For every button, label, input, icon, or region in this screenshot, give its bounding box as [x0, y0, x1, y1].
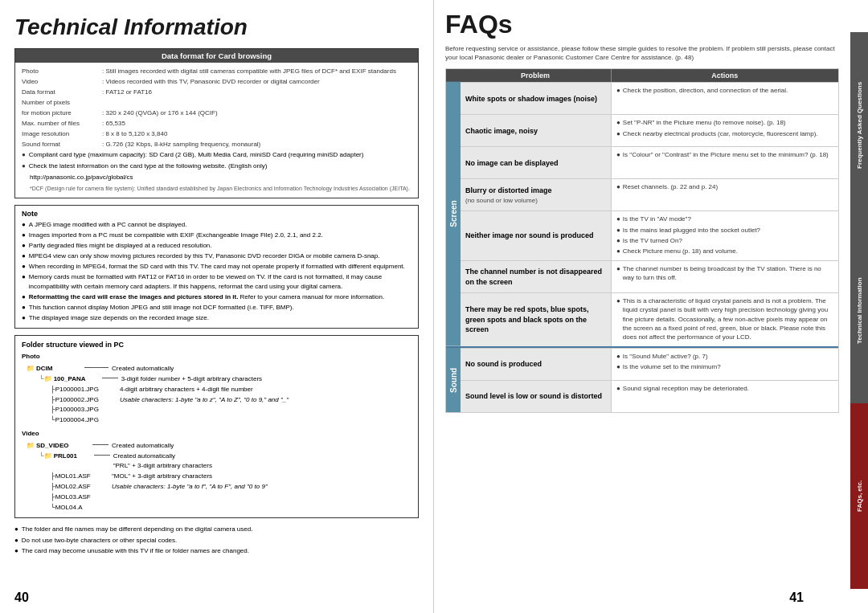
faq-action-text-spots: This is a characteristic of liquid cryst… [623, 296, 833, 341]
note-text-1: A JPEG image modified with a PC cannot b… [29, 220, 187, 229]
faq-bullet-chaotic-1: ● [616, 118, 620, 127]
faq-action-text-chaotic-2: Check nearby electrical products (car, m… [623, 129, 818, 138]
faq-header-problem: Problem [460, 69, 611, 82]
faq-actions-channel: ● The channel number is being broadcast … [612, 261, 838, 292]
file-3: ├P1000003.JPG [51, 405, 115, 415]
tab-frequently-asked[interactable]: Frequently Asked Questions [850, 32, 868, 218]
faq-bullet-chaotic-2: ● [616, 129, 620, 138]
note-item-8: ● This function cannot display Motion JP… [22, 303, 411, 312]
faq-problem-text-blurry: Blurry or distorted image [465, 186, 552, 196]
faq-problem-spots: There may be red spots, blue spots, gree… [461, 293, 612, 346]
faq-bullet-neither-4: ● [616, 247, 620, 255]
faq-actions-white-spots: ● Check the position, direction, and con… [612, 83, 838, 114]
sdvideo-line [92, 444, 108, 445]
tabs-container: Frequently Asked Questions Technical Inf… [850, 32, 868, 613]
faq-action-text-sound-low: Sound signal reception may be deteriorat… [623, 384, 749, 393]
note-dot-6: ● [22, 272, 26, 281]
faq-problem-chaotic: Chaotic image, noisy [461, 115, 612, 146]
file-4: └P1000004.JPG [51, 415, 115, 426]
data-row-maxfiles: Max. number of files : 65,535 [22, 119, 411, 129]
note-item-7: ● Reformatting the card will erase the i… [22, 292, 411, 301]
data-format-box: Data format for Card browsing Photo : St… [14, 48, 419, 198]
faq-problem-no-sound: No sound is produced [461, 349, 612, 380]
bottom-note-2: ● Do not use two-byte characters or othe… [14, 536, 419, 545]
maxfiles-value: : 65,535 [102, 119, 125, 129]
note-text-7: Reformatting the card will erase the ima… [29, 292, 384, 301]
compliant-card-item: ● Compliant card type (maximum capacity)… [22, 150, 411, 160]
website-link: http://panasonic.co.jp/pavc/global/cs [30, 173, 411, 182]
faq-bullet: ● [616, 86, 620, 95]
faq-bullet-no-sound-1: ● [616, 352, 620, 361]
data-format-content: Photo : Still images recorded with digit… [15, 63, 418, 198]
motion-label: for motion picture [22, 108, 102, 118]
bottom-text-3: The card may become unusable with this T… [22, 546, 249, 555]
mol-desc-text: "MOL" + 3-digit arbitrary characters [112, 472, 268, 482]
prl-line [94, 455, 110, 456]
note-item-4: ● MPEG4 view can only show moving pictur… [22, 251, 411, 260]
format-value: : FAT12 or FAT16 [102, 88, 152, 97]
note-text-2: Images imported from a PC must be compat… [29, 231, 323, 239]
video-value: : Videos recorded with this TV, Panasoni… [102, 77, 320, 87]
faq-problem-text-no-image: No image can be displayed [465, 158, 559, 169]
resolution-label: Image resolution [22, 129, 102, 139]
link-label-text: Check the latest information on the card… [29, 161, 268, 171]
prl-desc-text1: Created automatically [113, 452, 212, 462]
link-item: ● Check the latest information on the ca… [22, 161, 411, 171]
note-dot-1: ● [22, 220, 26, 229]
faq-row-no-sound: No sound is produced ● Is "Sound Mute" a… [461, 348, 838, 380]
note-dot-8: ● [22, 303, 26, 312]
screen-section: Screen White spots or shadow images (noi… [446, 82, 838, 346]
video-section-label: Video [22, 429, 411, 439]
faq-problem-neither: Neither image nor sound is produced [461, 211, 612, 260]
tab-technical-info[interactable]: Technical Information [850, 218, 868, 403]
left-panel: Technical Information Data format for Ca… [0, 0, 434, 613]
right-panel: FAQs Before requesting service or assist… [434, 0, 868, 613]
sdvideo-desc: Created automatically [112, 441, 174, 452]
motion-value: : 320 x 240 (QVGA) or 176 x 144 (QCIF) [102, 108, 218, 118]
note-text-4: MPEG4 view can only show moving pictures… [29, 251, 380, 260]
faq-problem-text-neither: Neither image nor sound is produced [465, 231, 594, 241]
screen-label: Screen [446, 82, 461, 346]
sound-format-value: : G.726 (32 Kbps, 8-kHz sampling frequen… [102, 140, 260, 149]
folder-tree: Photo 📁 DCIM Created automatically └📁 10… [22, 352, 411, 513]
faq-row-spots: There may be red spots, blue spots, gree… [461, 292, 838, 346]
folder-box: Folder structure viewed in PC Photo 📁 DC… [14, 335, 419, 518]
file-2: ├P1000002.JPG [51, 395, 115, 406]
faq-row-neither: Neither image nor sound is produced ● Is… [461, 210, 838, 260]
usable-chars-text: Usable characters: 1-byte "a to z", "A t… [120, 395, 289, 406]
data-row-resolution: Image resolution : 8 x 8 to 5,120 x 3,84… [22, 129, 411, 139]
faq-bullet-neither-2: ● [616, 226, 620, 235]
faq-action-text-no-sound-1: Is "Sound Mute" active? (p. 7) [623, 352, 708, 361]
photo-value: : Still images recorded with digital sti… [102, 67, 396, 76]
faq-problem-blurry: Blurry or distorted image (no sound or l… [461, 179, 612, 210]
faq-header-row: Problem Actions [446, 69, 838, 82]
pana-folder-name: 100_PANA [54, 374, 102, 385]
maxfiles-label: Max. number of files [22, 119, 102, 129]
note-dot-5: ● [22, 262, 26, 271]
faq-action-neither-1: ● Is the TV in "AV mode"? [616, 215, 833, 223]
dcim-folder-name: DCIM [36, 364, 84, 374]
faq-problem-sound-low: Sound level is low or sound is distorted [461, 381, 612, 412]
faq-action-no-sound-1: ● Is "Sound Mute" active? (p. 7) [616, 352, 833, 361]
note-item-3: ● Partly degraded files might be display… [22, 241, 411, 250]
note-item-2: ● Images imported from a PC must be comp… [22, 231, 411, 239]
faq-action-channel-1: ● The channel number is being broadcast … [616, 264, 833, 282]
faq-problem-channel: The channel number is not disappeared on… [461, 261, 612, 292]
tab-faqs-etc[interactable]: FAQs, etc. [850, 403, 868, 589]
file-list: ├P1000001.JPG ├P1000002.JPG ├P1000003.JP… [51, 385, 115, 426]
note-text-9: The displayed image size depends on the … [29, 313, 209, 322]
mol-file-4: └MOL04.A [51, 503, 107, 513]
mol-file-2: ├MOL02.ASF [51, 482, 107, 492]
faq-row-channel: The channel number is not disappeared on… [461, 260, 838, 292]
dcim-desc: Created automatically [112, 364, 174, 374]
note-dot-9: ● [22, 313, 26, 322]
bottom-dot-2: ● [14, 536, 18, 545]
note-title: Note [22, 210, 411, 218]
faq-action-sound-low-1: ● Sound signal reception may be deterior… [616, 384, 833, 393]
bottom-bullets: ● The folder and file names may be diffe… [14, 525, 419, 555]
faq-bullet-spots: ● [616, 296, 620, 305]
dcim-line [84, 367, 108, 368]
faq-actions-chaotic: ● Set "P-NR" in the Picture menu (to rem… [612, 115, 838, 146]
faq-action-neither-2: ● Is the mains lead plugged into the soc… [616, 226, 833, 235]
note-box: Note ● A JPEG image modified with a PC c… [14, 205, 419, 329]
